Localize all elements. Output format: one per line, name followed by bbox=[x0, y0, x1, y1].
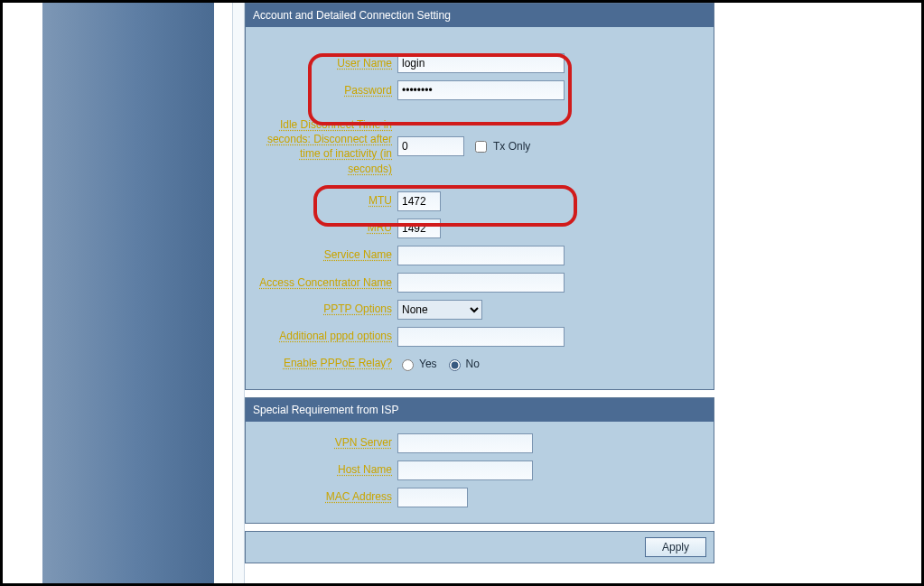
mru-input[interactable] bbox=[397, 219, 441, 238]
account-panel: Account and Detailed Connection Setting … bbox=[245, 3, 714, 390]
password-input[interactable] bbox=[397, 80, 565, 100]
ac-input[interactable] bbox=[397, 273, 565, 293]
mru-label: MRU bbox=[253, 221, 397, 235]
host-label: Host Name bbox=[253, 463, 397, 477]
service-label: Service Name bbox=[253, 248, 397, 262]
vpn-label: VPN Server bbox=[253, 436, 397, 450]
apply-bar: Apply bbox=[245, 531, 714, 563]
pppd-label: Additional pppd options bbox=[253, 330, 397, 343]
username-label: User Name bbox=[253, 57, 397, 70]
isp-panel-title: Special Requirement from ISP bbox=[246, 398, 714, 422]
host-input[interactable] bbox=[397, 460, 533, 480]
idle-label: Idle Disconnect Time in seconds: Disconn… bbox=[253, 117, 397, 176]
pptp-label: PPTP Options bbox=[253, 302, 397, 316]
idle-input[interactable] bbox=[397, 136, 464, 156]
relay-label: Enable PPPoE Relay? bbox=[253, 357, 397, 370]
mac-label: MAC Address bbox=[253, 490, 397, 504]
ac-label: Access Concentrator Name bbox=[253, 275, 397, 290]
left-sidebar bbox=[42, 3, 214, 583]
pppd-input[interactable] bbox=[397, 327, 565, 347]
relay-no-label: No bbox=[466, 358, 480, 370]
vpn-input[interactable] bbox=[397, 433, 533, 453]
password-label: Password bbox=[253, 84, 397, 98]
txonly-label: Tx Only bbox=[493, 140, 530, 153]
apply-button[interactable]: Apply bbox=[645, 537, 706, 557]
mtu-input[interactable] bbox=[397, 191, 441, 211]
relay-no-radio[interactable] bbox=[449, 359, 461, 371]
sidebar-divider bbox=[232, 3, 245, 583]
mac-input[interactable] bbox=[397, 488, 468, 507]
relay-yes-label: Yes bbox=[419, 358, 437, 370]
username-input[interactable] bbox=[397, 53, 565, 73]
pptp-select[interactable]: None bbox=[397, 300, 482, 320]
txonly-checkbox[interactable] bbox=[475, 141, 487, 153]
account-panel-title: Account and Detailed Connection Setting bbox=[246, 4, 714, 27]
isp-panel: Special Requirement from ISP VPN Server … bbox=[245, 397, 714, 524]
service-input[interactable] bbox=[397, 246, 565, 265]
relay-yes-radio[interactable] bbox=[402, 359, 414, 371]
mtu-label: MTU bbox=[253, 194, 397, 208]
